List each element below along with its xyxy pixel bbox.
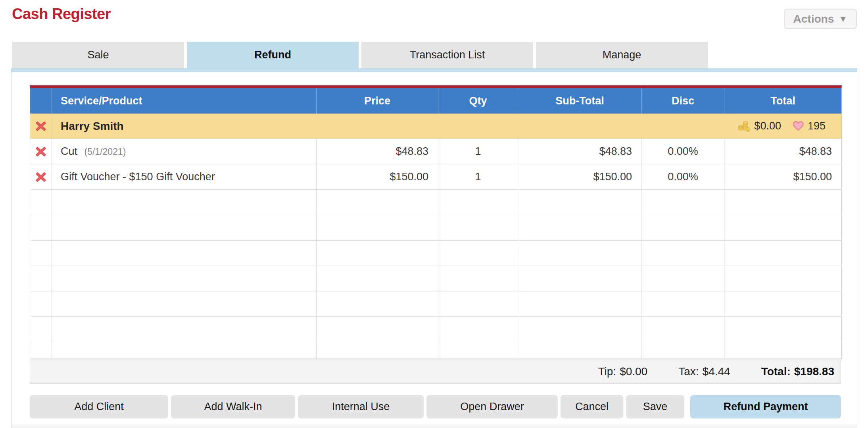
client-credit: $0.00 <box>738 120 781 132</box>
item-delete-cell <box>30 164 52 190</box>
client-points-value: 195 <box>808 120 826 132</box>
table-header-row: Service/Product Price Qty Sub-Total Disc… <box>30 88 841 114</box>
item-price: $150.00 <box>317 164 438 190</box>
header-disc: Disc <box>642 88 724 114</box>
grand-total-label: Total: <box>761 365 791 378</box>
cash-register-page: Cash Register Actions ▼ Sale Refund Tran… <box>0 0 868 428</box>
client-credit-value: $0.00 <box>754 120 781 132</box>
tip-label: Tip: <box>598 365 616 378</box>
empty-row <box>30 291 841 317</box>
item-qty: 1 <box>438 139 518 164</box>
empty-row <box>30 215 841 241</box>
item-subtotal: $150.00 <box>518 164 642 190</box>
action-buttons-row: Add Client Add Walk-In Internal Use Open… <box>30 395 841 418</box>
totals-bar: Tip: $0.00 Tax: $4.44 Total: $198.83 <box>30 359 841 384</box>
item-total: $48.83 <box>724 139 841 164</box>
open-drawer-button[interactable]: Open Drawer <box>426 395 558 418</box>
empty-row <box>30 317 841 342</box>
item-subtotal: $48.83 <box>518 139 642 164</box>
heart-icon <box>792 121 804 131</box>
save-button[interactable]: Save <box>626 395 684 418</box>
client-delete-cell <box>30 114 52 139</box>
cancel-button[interactable]: Cancel <box>561 395 623 418</box>
header-qty: Qty <box>438 88 518 114</box>
refund-payment-button[interactable]: Refund Payment <box>690 395 841 418</box>
tip-total: Tip: $0.00 <box>598 365 647 378</box>
remove-item-button[interactable] <box>34 170 48 184</box>
item-row: Cut (5/1/2021) $48.83 1 $48.83 0.00% $48… <box>30 139 841 164</box>
tab-transaction-list[interactable]: Transaction List <box>361 42 533 68</box>
remove-item-button[interactable] <box>34 145 48 158</box>
header-price: Price <box>317 88 438 114</box>
tax-label: Tax: <box>678 365 699 378</box>
item-name: Gift Voucher - $150 Gift Voucher <box>61 171 215 183</box>
tab-bar: Sale Refund Transaction List Manage <box>12 42 708 68</box>
client-name: Harry Smith <box>61 120 124 133</box>
actions-button-label: Actions <box>793 13 834 25</box>
item-name: Cut <box>61 145 77 157</box>
grand-total-value: $198.83 <box>794 365 834 378</box>
header-service-product: Service/Product <box>52 88 317 114</box>
actions-button[interactable]: Actions ▼ <box>784 9 857 29</box>
add-client-button[interactable]: Add Client <box>30 395 168 418</box>
item-price: $48.83 <box>317 139 438 164</box>
client-points: 195 <box>792 120 826 132</box>
item-row: Gift Voucher - $150 Gift Voucher $150.00… <box>30 164 841 190</box>
refund-items-table: Service/Product Price Qty Sub-Total Disc… <box>30 85 841 359</box>
page-title: Cash Register <box>12 6 111 23</box>
tab-refund[interactable]: Refund <box>187 42 359 68</box>
item-name-cell: Cut (5/1/2021) <box>52 139 317 164</box>
delete-x-icon <box>35 146 47 158</box>
delete-x-icon <box>35 171 47 183</box>
tab-sale[interactable]: Sale <box>12 42 184 68</box>
coins-icon <box>738 120 751 132</box>
grand-total: Total: $198.83 <box>761 365 834 378</box>
delete-x-icon <box>35 120 47 132</box>
header-total: Total <box>724 88 841 114</box>
client-cell: Harry Smith <box>52 114 841 139</box>
internal-use-button[interactable]: Internal Use <box>298 395 424 418</box>
item-disc: 0.00% <box>642 164 724 190</box>
empty-row <box>30 241 841 266</box>
tax-value: $4.44 <box>703 365 730 378</box>
empty-row <box>30 342 841 359</box>
add-walk-in-button[interactable]: Add Walk-In <box>171 395 295 418</box>
item-qty: 1 <box>438 164 518 190</box>
header-delete-column <box>30 88 52 114</box>
header-sub-total: Sub-Total <box>518 88 642 114</box>
client-row: Harry Smith <box>30 114 841 139</box>
empty-row <box>30 266 841 291</box>
item-total: $150.00 <box>724 164 841 190</box>
item-disc: 0.00% <box>642 139 724 164</box>
empty-row <box>30 190 841 215</box>
item-delete-cell <box>30 139 52 164</box>
tip-value: $0.00 <box>620 365 647 378</box>
tab-manage[interactable]: Manage <box>536 42 708 68</box>
item-name-cell: Gift Voucher - $150 Gift Voucher <box>52 164 317 190</box>
chevron-down-icon: ▼ <box>839 14 847 24</box>
tax-total: Tax: $4.44 <box>678 365 730 378</box>
remove-client-button[interactable] <box>34 120 48 133</box>
item-date: (5/1/2021) <box>84 147 126 157</box>
